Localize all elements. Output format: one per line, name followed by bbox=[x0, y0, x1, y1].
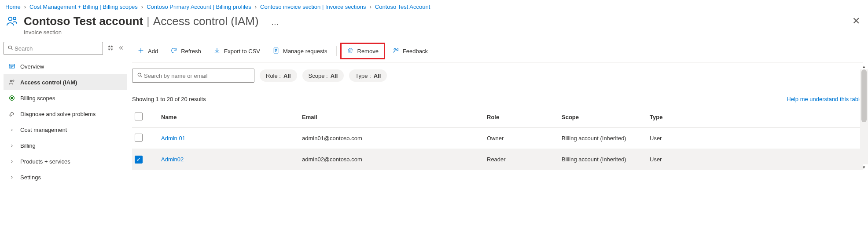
page-title: Contoso Test account bbox=[24, 15, 143, 28]
row-name-link[interactable]: Admin02 bbox=[161, 156, 302, 163]
feedback-button[interactable]: Feedback bbox=[387, 44, 433, 58]
toolbar-label: Export to CSV bbox=[224, 48, 260, 55]
col-name[interactable]: Name bbox=[161, 114, 302, 120]
table-row[interactable]: Admin 01 admin01@contoso.com Owner Billi… bbox=[132, 128, 863, 149]
document-icon bbox=[272, 47, 280, 55]
refresh-button[interactable]: Refresh bbox=[165, 44, 206, 58]
toolbar-label: Manage requests bbox=[283, 48, 327, 55]
svg-point-21 bbox=[394, 48, 396, 50]
scope-icon bbox=[8, 95, 16, 102]
sidebar-item-diagnose[interactable]: Diagnose and solve problems bbox=[4, 106, 127, 122]
col-email[interactable]: Email bbox=[302, 114, 487, 120]
svg-point-0 bbox=[8, 17, 12, 21]
filter-row: Role : All Scope : All Type : All bbox=[132, 62, 863, 86]
chevron-right-icon: › bbox=[8, 174, 16, 180]
chevron-right-icon: › bbox=[8, 127, 16, 133]
filter-pill-type[interactable]: Type : All bbox=[349, 69, 387, 82]
sidebar-item-cost-management[interactable]: › Cost management bbox=[4, 122, 127, 138]
scroll-down-icon[interactable]: ▾ bbox=[860, 164, 868, 170]
col-scope[interactable]: Scope bbox=[562, 114, 650, 120]
chevron-right-icon: › bbox=[8, 158, 16, 164]
sidebar-item-billing-scopes[interactable]: Billing scopes bbox=[4, 90, 127, 106]
toolbar-separator bbox=[336, 46, 337, 56]
pill-label: Role : bbox=[266, 73, 281, 79]
scroll-up-icon[interactable]: ▴ bbox=[860, 64, 868, 69]
pill-value: All bbox=[283, 73, 291, 79]
svg-point-8 bbox=[10, 80, 12, 82]
content: Add Refresh Export to CSV Manage request… bbox=[127, 40, 868, 170]
refresh-icon bbox=[170, 47, 177, 55]
svg-line-23 bbox=[140, 76, 142, 77]
page-subsection: Access control (IAM) bbox=[153, 15, 259, 28]
svg-point-9 bbox=[13, 80, 14, 81]
row-email: admin02@contoso.com bbox=[302, 156, 487, 163]
col-role[interactable]: Role bbox=[487, 114, 562, 120]
search-icon bbox=[137, 72, 143, 80]
help-link[interactable]: Help me understand this table bbox=[787, 96, 863, 102]
toolbar: Add Refresh Export to CSV Manage request… bbox=[132, 40, 863, 62]
pill-label: Scope : bbox=[309, 73, 328, 79]
remove-button[interactable]: Remove bbox=[340, 43, 385, 59]
download-icon bbox=[213, 47, 221, 55]
toolbar-label: Refresh bbox=[181, 48, 201, 55]
breadcrumb-link[interactable]: Cost Management + Billing | Billing scop… bbox=[29, 4, 138, 10]
sidebar-item-products-services[interactable]: › Products + services bbox=[4, 153, 127, 169]
sidebar-item-label: Products + services bbox=[20, 158, 70, 165]
row-role: Owner bbox=[487, 135, 562, 142]
people-icon bbox=[8, 79, 16, 86]
trash-icon bbox=[347, 47, 354, 55]
filter-pill-role[interactable]: Role : All bbox=[260, 69, 297, 82]
sidebar-item-overview[interactable]: Overview bbox=[4, 58, 127, 74]
breadcrumb: Home › Cost Management + Billing | Billi… bbox=[0, 0, 868, 13]
add-button[interactable]: Add bbox=[132, 44, 163, 58]
sidebar-item-billing[interactable]: › Billing bbox=[4, 138, 127, 153]
sort-icon[interactable] bbox=[107, 45, 114, 52]
grid-search[interactable] bbox=[132, 69, 254, 83]
sidebar-item-settings[interactable]: › Settings bbox=[4, 169, 127, 185]
pill-value: All bbox=[331, 73, 338, 79]
sidebar-search[interactable] bbox=[4, 42, 103, 55]
row-checkbox[interactable]: ✓ bbox=[135, 156, 143, 164]
wrench-icon bbox=[8, 110, 16, 117]
more-actions-button[interactable]: … bbox=[271, 18, 279, 27]
search-icon bbox=[7, 45, 14, 52]
scroll-track[interactable] bbox=[860, 69, 868, 164]
select-all-checkbox[interactable] bbox=[135, 113, 143, 120]
chevron-right-icon: › bbox=[255, 4, 257, 10]
row-type: User bbox=[650, 135, 702, 142]
col-type[interactable]: Type bbox=[650, 114, 702, 120]
grid-header: Name Email Role Scope Type bbox=[132, 107, 863, 128]
manage-requests-button[interactable]: Manage requests bbox=[267, 44, 332, 58]
toolbar-label: Remove bbox=[357, 48, 379, 55]
row-name-link[interactable]: Admin 01 bbox=[161, 135, 302, 142]
row-scope: Billing account (Inherited) bbox=[562, 156, 650, 163]
collapse-icon[interactable] bbox=[118, 45, 124, 52]
filter-pill-scope[interactable]: Scope : All bbox=[302, 69, 344, 82]
export-csv-button[interactable]: Export to CSV bbox=[208, 44, 265, 58]
svg-point-1 bbox=[13, 17, 16, 20]
table-row[interactable]: ✓ Admin02 admin02@contoso.com Reader Bil… bbox=[132, 149, 863, 170]
sidebar-item-label: Access control (IAM) bbox=[20, 79, 77, 86]
page-header: Contoso Test account | Access control (I… bbox=[0, 13, 868, 40]
breadcrumb-link[interactable]: Contoso Test Account bbox=[375, 4, 430, 10]
sidebar-search-input[interactable] bbox=[14, 45, 99, 52]
people-icon bbox=[5, 15, 18, 29]
feedback-icon bbox=[392, 47, 399, 55]
breadcrumb-link[interactable]: Contoso Primary Account | Billing profil… bbox=[147, 4, 251, 10]
breadcrumb-link[interactable]: Home bbox=[5, 4, 21, 10]
results-bar: Showing 1 to 20 of 20 results Help me un… bbox=[132, 86, 863, 107]
chevron-right-icon: › bbox=[24, 4, 26, 10]
overview-icon bbox=[8, 63, 16, 70]
chevron-right-icon: › bbox=[8, 142, 16, 149]
close-icon[interactable]: ✕ bbox=[852, 15, 860, 27]
svg-point-11 bbox=[11, 97, 13, 99]
page-subtitle: Invoice section bbox=[24, 29, 279, 36]
toolbar-label: Feedback bbox=[403, 48, 428, 55]
sidebar-item-access-control[interactable]: Access control (IAM) bbox=[4, 74, 127, 90]
scrollbar[interactable]: ▴ ▾ bbox=[860, 64, 868, 170]
grid-search-input[interactable] bbox=[143, 72, 250, 80]
scroll-thumb[interactable] bbox=[861, 69, 867, 122]
breadcrumb-link[interactable]: Contoso invoice section | Invoice sectio… bbox=[260, 4, 366, 10]
svg-point-2 bbox=[8, 46, 11, 49]
row-checkbox[interactable] bbox=[135, 134, 143, 142]
